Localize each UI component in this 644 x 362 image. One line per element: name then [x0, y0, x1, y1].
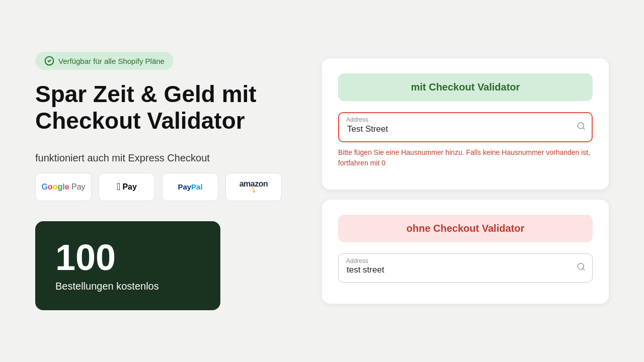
apple-icon: : [117, 181, 120, 193]
with-validator-address-label: Address: [346, 116, 368, 123]
without-validator-address-input[interactable]: [338, 253, 593, 283]
google-pay-logo: Google Pay: [35, 173, 92, 201]
stats-label: Bestellungen kostenlos: [55, 281, 200, 292]
apple-pay-text: Pay: [122, 183, 136, 192]
without-validator-search-icon: [577, 262, 586, 274]
check-circle-icon: [44, 56, 54, 66]
stats-card: 100 Bestellungen kostenlos: [35, 221, 220, 310]
with-validator-card: mit Checkout Validator Address Bitte füg…: [322, 58, 609, 190]
page-wrapper: Verfügbar für alle Shopify Pläne Spar Ze…: [0, 0, 644, 362]
main-title: Spar Zeit & Geld mit Checkout Validator: [35, 81, 282, 134]
without-validator-badge: ohne Checkout Validator: [338, 215, 593, 242]
with-validator-field-wrapper: Address Bitte fügen Sie eine Hausnummer …: [338, 112, 593, 168]
without-validator-card: ohne Checkout Validator Address: [322, 200, 609, 304]
paypal-logo: PayPal: [162, 173, 218, 201]
svg-line-4: [583, 268, 584, 270]
availability-badge: Verfügbar für alle Shopify Pläne: [35, 52, 174, 70]
without-validator-field-wrapper: Address: [338, 253, 593, 283]
without-validator-address-label: Address: [346, 257, 368, 264]
amazon-logo: amazon ⤵︎: [225, 173, 282, 201]
apple-pay-logo:  Pay: [99, 173, 155, 201]
badge-label: Verfügbar für alle Shopify Pläne: [58, 57, 165, 65]
stats-number: 100: [55, 239, 200, 276]
with-validator-search-icon: [577, 122, 586, 133]
title-line2: Checkout Validator: [35, 108, 245, 134]
with-validator-badge: mit Checkout Validator: [338, 73, 593, 101]
svg-line-2: [583, 128, 584, 129]
title-line1: Spar Zeit & Geld mit: [35, 81, 257, 107]
right-panel: mit Checkout Validator Address Bitte füg…: [322, 58, 609, 304]
left-panel: Verfügbar für alle Shopify Pläne Spar Ze…: [35, 52, 282, 310]
payment-logos: Google Pay  Pay PayPal amazon ⤵︎: [35, 173, 282, 201]
express-label: funktioniert auch mit Express Checkout: [35, 152, 282, 164]
amazon-arrow-icon: ⤵︎: [252, 187, 255, 194]
with-validator-address-input[interactable]: [338, 112, 593, 142]
error-message: Bitte fügen Sie eine Hausnummer hinzu. F…: [338, 147, 593, 168]
